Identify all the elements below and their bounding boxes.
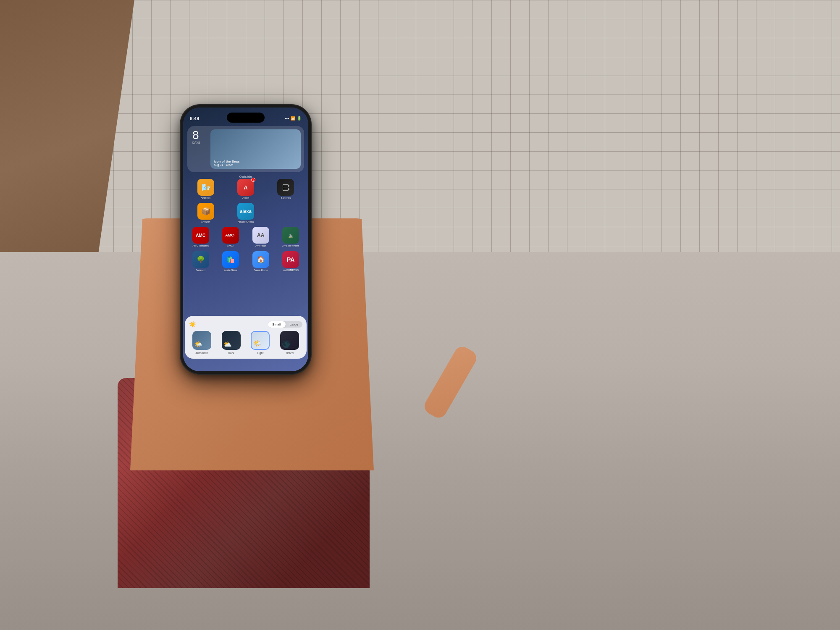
list-item[interactable]: AMC AMC Theatres [188,227,213,247]
app-label: Amazon [201,220,210,223]
phone-screen: 8:49 ▪▪▪ 📶 🔋 8 days Icon of the Seas [183,108,308,371]
appearance-label: Light [257,352,263,354]
ancestry-icon: 🌳 [192,251,209,268]
alexa-icon: alexa [237,203,254,220]
american-icon: AA [252,227,269,244]
amazon-icon: 📦 [197,203,214,220]
list-item[interactable]: 🌬️ Airthings [193,179,218,200]
list-item[interactable]: alexa Amazon Alexa [233,203,258,223]
app-label: Apple Store [224,269,237,272]
dynamic-island [227,113,265,123]
list-item[interactable]: 🌳 Ancestry [188,251,213,272]
app-label: Ampace Andes [282,244,299,247]
size-small-button[interactable]: Small [268,321,285,328]
date-number: 8 [192,129,200,141]
albert-icon: A 1 [237,179,254,196]
app-label: Amazon Alexa [238,220,254,223]
app-label: Batteries [281,197,291,200]
wifi-icon: 📶 [291,116,295,121]
dark-preview: ⛅ [222,331,241,350]
event-text: Icon of the Seas Aug 31 · 12AM [214,160,239,166]
app-row-2: 📦 Amazon alexa Amazon Alexa [186,203,306,223]
appearance-automatic[interactable]: 🌤️ Automatic [192,331,211,354]
list-item[interactable]: AMC+ AMC+ [218,227,243,247]
list-item[interactable]: 🏠 Aqara Home [248,251,273,272]
app-label: American [255,244,266,247]
list-item [273,203,298,223]
batteries-icon [277,179,294,196]
appearance-label: Dark [228,352,234,354]
list-item[interactable]: 📦 Amazon [193,203,218,223]
list-item[interactable]: ⛰️ Ampace Andes [278,227,303,247]
aqara-icon: 🏠 [252,251,269,268]
date-label: days [192,141,200,144]
list-item[interactable]: A 1 Albert [233,179,258,200]
list-item[interactable]: 🛍️ Apple Store [218,251,243,272]
appearance-tinted[interactable]: 🌑 Tinted [280,331,299,354]
appearance-label: Automatic [195,352,208,354]
size-toggle[interactable]: Small Large [268,321,302,328]
appearance-dark[interactable]: ⛅ Dark [222,331,241,354]
app-label: AMC Theatres [192,244,209,247]
thumb [422,344,480,420]
widget-panel-header: ☀️ Small Large [189,321,302,328]
light-preview: 🌤️ [251,331,270,350]
app-row-3: AMC AMC Theatres AMC+ AMC+ AA [186,227,306,247]
widget-appearance-options: 🌤️ Automatic ⛅ Dark 🌤️ Li [189,331,302,354]
app-label: Aqara Home [254,269,268,272]
battery-icon: 🔋 [297,116,302,121]
app-label: Ancestry [196,269,205,272]
appearance-label: Tinted [286,352,294,354]
mycompass-icon: PA [282,251,299,268]
empty-icon [277,203,294,220]
hand-container: 8:49 ▪▪▪ 📶 🔋 8 days Icon of the Seas [118,84,496,588]
iphone: 8:49 ▪▪▪ 📶 🔋 8 days Icon of the Seas [181,105,311,374]
status-time: 8:49 [190,116,199,121]
widget-event: Icon of the Seas Aug 31 · 12AM [210,129,301,169]
app-label: Airthings [201,197,210,200]
widget-date: 8 days [192,129,200,144]
list-item[interactable]: Batteries [273,179,298,200]
tinted-preview: 🌑 [280,331,299,350]
list-item[interactable]: PA myCOMPASS [278,251,303,272]
ampace-icon: ⛰️ [282,227,299,244]
event-time: Aug 31 · 12AM [214,163,239,166]
app-grid: 🌬️ Airthings A 1 Albert [186,179,306,275]
brightness-icon: ☀️ [189,321,196,328]
calendar-widget[interactable]: 8 days Icon of the Seas Aug 31 · 12AM [187,126,304,172]
automatic-preview: 🌤️ [192,331,211,350]
status-icons: ▪▪▪ 📶 🔋 [285,116,302,121]
list-item[interactable]: AA American [248,227,273,247]
appstore-icon: 🛍️ [222,251,239,268]
app-label: Albert [242,197,249,200]
amc-icon: AMC [192,227,209,244]
app-row-4: 🌳 Ancestry 🛍️ Apple Store 🏠 [186,251,306,272]
app-label: AMC+ [227,244,234,247]
outside-label: Outside [239,175,252,178]
size-large-button[interactable]: Large [286,321,302,328]
app-label: myCOMPASS [283,269,299,272]
airthings-icon: 🌬️ [197,179,214,196]
widget-panel: ☀️ Small Large 🌤️ Automatic [185,316,307,359]
appearance-light[interactable]: 🌤️ Light [251,331,270,354]
amcplus-icon: AMC+ [222,227,239,244]
signal-icon: ▪▪▪ [285,116,289,121]
event-title: Icon of the Seas [214,160,239,163]
app-row-1: 🌬️ Airthings A 1 Albert [186,179,306,200]
